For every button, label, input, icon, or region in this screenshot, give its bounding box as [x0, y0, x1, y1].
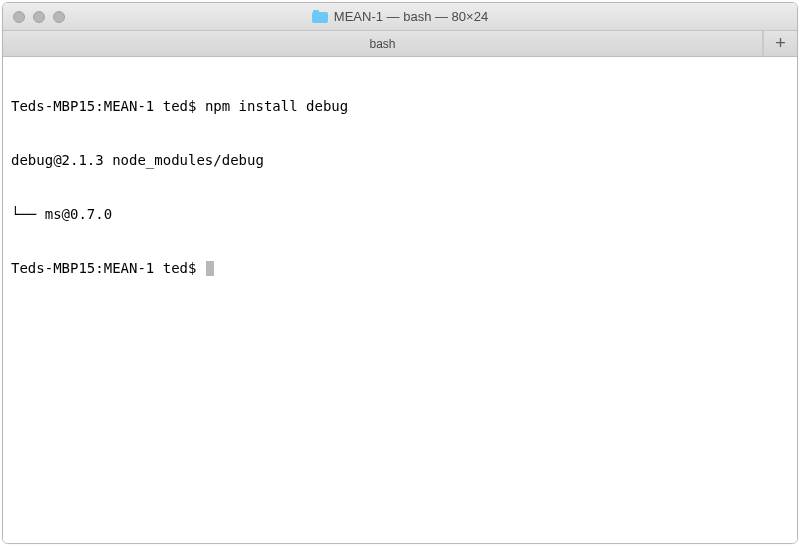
terminal-window: MEAN-1 — bash — 80×24 bash + Teds-MBP15:…	[2, 2, 798, 544]
window-title: MEAN-1 — bash — 80×24	[334, 9, 488, 24]
minimize-button[interactable]	[33, 11, 45, 23]
folder-icon	[312, 10, 328, 23]
tab-bar: bash +	[3, 31, 797, 57]
tab-label: bash	[369, 37, 395, 51]
tab-bash[interactable]: bash	[3, 31, 763, 56]
new-tab-button[interactable]: +	[763, 31, 797, 56]
title-area: MEAN-1 — bash — 80×24	[13, 9, 787, 24]
zoom-button[interactable]	[53, 11, 65, 23]
traffic-lights	[13, 11, 65, 23]
terminal-line: debug@2.1.3 node_modules/debug	[11, 151, 789, 169]
close-button[interactable]	[13, 11, 25, 23]
terminal-line: Teds-MBP15:MEAN-1 ted$ npm install debug	[11, 97, 789, 115]
prompt: Teds-MBP15:MEAN-1 ted$	[11, 98, 205, 114]
terminal-line: Teds-MBP15:MEAN-1 ted$	[11, 259, 789, 277]
prompt: Teds-MBP15:MEAN-1 ted$	[11, 260, 205, 276]
terminal-body[interactable]: Teds-MBP15:MEAN-1 ted$ npm install debug…	[3, 57, 797, 543]
terminal-line: └── ms@0.7.0	[11, 205, 789, 223]
plus-icon: +	[775, 33, 786, 54]
cursor	[206, 261, 214, 276]
command-text: npm install debug	[205, 98, 348, 114]
titlebar[interactable]: MEAN-1 — bash — 80×24	[3, 3, 797, 31]
